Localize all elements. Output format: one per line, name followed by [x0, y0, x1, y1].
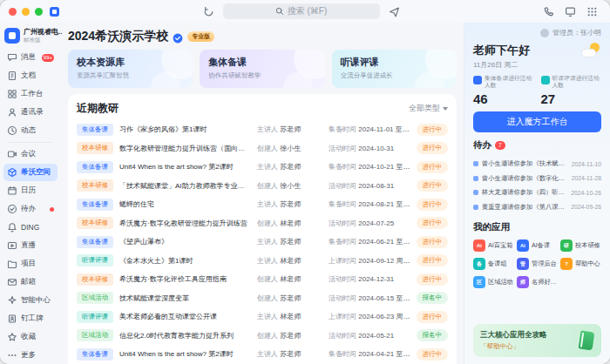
- sidebar-item-meeting[interactable]: 会议: [3, 145, 58, 163]
- org-switcher[interactable]: 广州视睿电... 标准版: [3, 24, 58, 49]
- research-row[interactable]: 听课评课 美术老师必看的互动课堂公开课 主讲人 林老师 上课时间 2024-06…: [77, 307, 448, 327]
- main-content: 2024希沃演示学校 专业版 校本资源库 资源共享汇聚智慧 集体备课 协作共研赋…: [61, 23, 464, 364]
- cube-icon: [7, 167, 17, 178]
- research-row[interactable]: 集体备课 Unit4 When is the art show? 第2课时 主讲…: [77, 158, 448, 177]
- row-type-tag: 集体备课: [77, 199, 113, 211]
- row-time: 上课时间 2024-09-12 周四 第1节课: [329, 256, 411, 266]
- row-title: 蟋蟀的住宅: [119, 199, 250, 209]
- minimize-window-button[interactable]: [22, 8, 30, 16]
- ai-lesson-prep-icon: Ai: [517, 239, 529, 252]
- todo-dot-badge: [50, 207, 54, 212]
- card-school-resources[interactable]: 校本资源库 资源共享汇聚智慧: [68, 50, 193, 88]
- sidebar-item-seewo-space[interactable]: 希沃空间: [3, 164, 58, 181]
- sidebar-item-contacts[interactable]: 通讯录: [3, 104, 58, 121]
- sidebar-item-projects[interactable]: 项目: [3, 255, 58, 273]
- todo-item[interactable]: 林大龙邀请你参加（四）听课评课 2024-10-26: [473, 185, 601, 200]
- row-time: 集备时间 2024-10-21 至 2024-10-31: [329, 162, 411, 172]
- research-row[interactable]: 校本研修 希沃魔方·数字化教研管理能力提升训练营 创建人 林老师 活动时间 20…: [77, 214, 448, 233]
- row-time: 上课时间 2024-06-23 周日 第2节课: [329, 312, 411, 321]
- row-status-badge: 进行中: [417, 142, 449, 154]
- close-window-button[interactable]: [9, 8, 17, 16]
- sidebar-item-todo[interactable]: 待办: [3, 200, 58, 218]
- phone-icon[interactable]: [543, 6, 554, 17]
- research-row[interactable]: 听课评课 《金木水火土》第1课时 主讲人 林老师 上课时间 2024-09-12…: [77, 252, 448, 271]
- sidebar-item-work-badge[interactable]: 钉工牌: [3, 310, 58, 327]
- app-school-training[interactable]: 研 校本研修: [560, 239, 601, 252]
- global-search-input[interactable]: 搜索 (⌘F): [223, 3, 380, 19]
- row-status-badge: 报名中: [417, 292, 449, 304]
- sidebar-item-label: 希沃空间: [21, 167, 51, 178]
- row-person: 创建人 徐小生: [257, 181, 329, 191]
- help-center-icon: ?: [560, 258, 573, 270]
- sidebar-item-label: 消息: [21, 52, 36, 63]
- app-help-center[interactable]: ? 帮助中心: [560, 258, 601, 270]
- zoom-window-button[interactable]: [35, 8, 43, 16]
- sidebar-item-favorites[interactable]: 收藏: [3, 328, 58, 346]
- research-row[interactable]: 校本研修 「技术赋能课堂」AI助力教师教学专业成长 创建人 徐小生 活动时间 2…: [77, 177, 448, 196]
- row-type-tag: 校本研修: [77, 217, 113, 229]
- row-person: 创建人 徐小生: [257, 144, 329, 153]
- row-type-tag: 校本研修: [77, 179, 113, 192]
- sidebar-item-label: 日历: [21, 185, 36, 196]
- row-time: 集备时间 2024-11-01 至 2024-11-30: [329, 125, 411, 134]
- research-row[interactable]: 区域活动 技术赋能课堂深度变革 创建人 苏老师 活动时间 2024-06-15 …: [77, 289, 448, 308]
- row-status-badge: 进行中: [417, 179, 449, 192]
- sidebar-item-more[interactable]: 更多: [3, 347, 58, 364]
- sidebar-item-docs[interactable]: 文档: [3, 67, 58, 84]
- card-collective-prep[interactable]: 集体备课 协作共研赋智教学: [200, 50, 324, 88]
- ai-toolbox-icon: Ai: [473, 239, 485, 252]
- app-master-class[interactable]: 师 名师好课堂: [517, 276, 558, 288]
- right-panel: 管理员：张小明 老师下午好 11月26日 周二 集体备课进行活动人数 46: [464, 23, 610, 364]
- sidebar-item-label: 更多: [21, 350, 36, 361]
- sidebar-item-calendar[interactable]: 日历: [3, 182, 58, 199]
- research-row[interactable]: 集体备课 习作《家乡的风俗》第1课时 主讲人 苏老师 集备时间 2024-11-…: [77, 120, 448, 139]
- research-row[interactable]: 集体备课 Unit4 When is the art show? 第2课时 主讲…: [77, 345, 448, 364]
- type-filter-dropdown[interactable]: 全部类型: [409, 103, 448, 114]
- todo-item[interactable]: 黄重亚邀请你参加《第八课》集体备课 2024-09-26: [473, 200, 601, 215]
- card-subtitle: 交流分享促进成长: [341, 71, 448, 80]
- todo-item[interactable]: 曾小生邀请你参加《数字化教研管理》 2024-11-28: [473, 172, 601, 186]
- row-title: 《金木水火土》第1课时: [119, 256, 250, 266]
- sidebar-item-ding[interactable]: DING: [3, 219, 58, 236]
- app-ai-toolbox[interactable]: Ai AI百宝箱: [473, 239, 514, 252]
- workbench-icon: [7, 89, 17, 99]
- titlebar: 搜索 (⌘F): [0, 0, 610, 23]
- promo-banner[interactable]: 三大核心应用全攻略 「帮助中心」: [473, 324, 601, 357]
- video-icon: [7, 149, 17, 159]
- row-person: 主讲人 林老师: [257, 256, 329, 266]
- sidebar-item-label: DING: [21, 223, 39, 232]
- app-admin-console[interactable]: 管 管理后台: [517, 258, 558, 270]
- enter-workbench-button[interactable]: 进入魔方工作台: [473, 111, 601, 132]
- sidebar-divider: [9, 142, 52, 143]
- history-icon[interactable]: [203, 6, 214, 17]
- research-row[interactable]: 集体备课 《望庐山瀑布》 主讲人 苏老师 集备时间 2024-06-21 至 2…: [77, 233, 448, 252]
- card-lesson-review[interactable]: 听课评课 交流分享促进成长: [332, 50, 457, 88]
- date-text: 11月26日 周二: [473, 60, 530, 70]
- app-ai-lesson-prep[interactable]: Ai AI备课: [517, 239, 558, 252]
- research-row[interactable]: 集体备课 蟋蟀的住宅 主讲人 苏老师 集备时间 2024-08-21 至 202…: [77, 195, 448, 214]
- stat-value: 46: [473, 91, 534, 106]
- send-icon[interactable]: [389, 6, 400, 17]
- research-row[interactable]: 校本研修 希沃魔方·数字化评价工具应用指南 创建人 林老师 活动时间 2024-…: [77, 270, 448, 289]
- row-status-badge: 进行中: [417, 254, 449, 266]
- app-regional-activity[interactable]: 区 区域活动: [473, 276, 514, 288]
- sidebar-item-workbench[interactable]: 工作台: [3, 85, 58, 103]
- apps-grid-icon[interactable]: [586, 6, 598, 17]
- sidebar-item-label: 通讯录: [21, 107, 44, 118]
- sidebar-item-feed[interactable]: 动态: [3, 122, 58, 139]
- sidebar-item-mail[interactable]: 邮箱: [3, 273, 58, 291]
- sidebar-item-smart-center[interactable]: 智能中心: [3, 292, 58, 309]
- research-row[interactable]: 校本研修 数字化教研管理能力提升训练营（面向管理员） 创建人 徐小生 活动时间 …: [77, 139, 448, 158]
- todo-list: 曾小生邀请你参加《技术赋能课堂实践》 2024-11-10 曾小生邀请你参加《数…: [473, 157, 601, 214]
- admin-info[interactable]: 管理员：张小明: [473, 28, 601, 37]
- sidebar-item-live[interactable]: 直播: [3, 237, 58, 254]
- app-prep-group[interactable]: 备 备课组: [473, 258, 514, 270]
- sidebar-item-messages[interactable]: 消息 99+: [3, 49, 58, 66]
- row-type-tag: 区域活动: [77, 329, 113, 341]
- sidebar-item-label: 文档: [21, 71, 36, 81]
- research-row[interactable]: 区域活动 信息化2.0时代教育教学能力提升系列 创建人 苏老师 活动时间 202…: [77, 327, 448, 346]
- card-title: 听课评课: [341, 56, 448, 69]
- greeting: 老师下午好: [473, 43, 530, 58]
- screen-share-icon[interactable]: [565, 6, 576, 17]
- todo-item[interactable]: 曾小生邀请你参加《技术赋能课堂实践》 2024-11-10: [473, 157, 601, 172]
